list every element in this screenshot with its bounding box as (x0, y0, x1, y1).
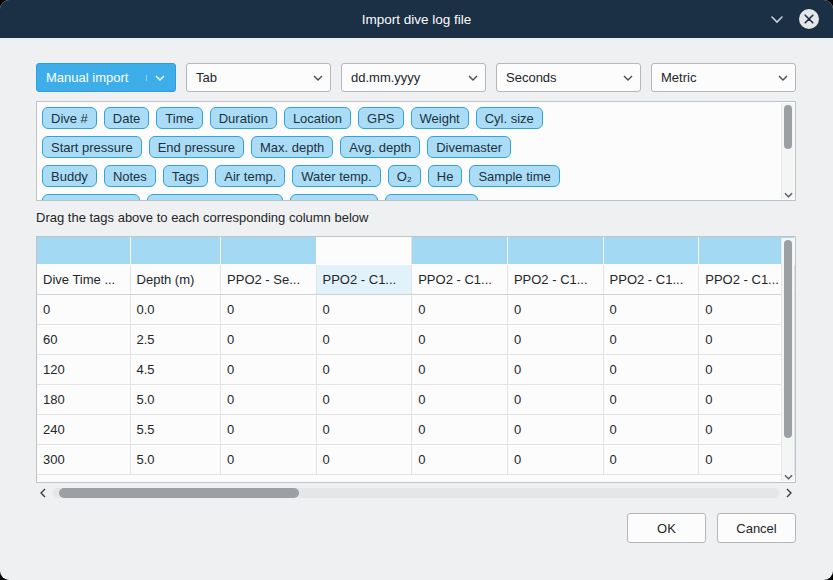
table-cell: 4.5 (130, 354, 221, 384)
tag-time[interactable]: Time (156, 107, 202, 129)
scrollbar-handle[interactable] (784, 105, 792, 149)
table-cell: 240 (37, 414, 130, 444)
table-cell: 0 (603, 324, 699, 354)
table-cell: 0 (412, 294, 508, 324)
column-drop-cell[interactable] (316, 237, 412, 264)
table-cell: 0 (603, 294, 699, 324)
tag-max-depth[interactable]: Max. depth (251, 136, 333, 158)
tag-notes[interactable]: Notes (104, 165, 156, 187)
table-cell: 0 (603, 354, 699, 384)
tag-divemaster[interactable]: Divemaster (427, 136, 511, 158)
column-drop-cell[interactable] (412, 237, 508, 264)
tag-start-pressure[interactable]: Start pressure (42, 136, 142, 158)
column-drop-cell[interactable] (507, 237, 603, 264)
scroll-down-icon[interactable] (782, 474, 794, 480)
table-cell: 0 (507, 444, 603, 474)
import-mode-select[interactable]: Manual import (36, 63, 176, 92)
tag-dive-[interactable]: Dive # (42, 107, 97, 129)
table-cell: 300 (37, 444, 130, 474)
chevron-down-icon (146, 75, 168, 81)
table-cell: 2.5 (130, 324, 221, 354)
tag-sample-po-[interactable]: Sample pO₂ (290, 194, 378, 201)
table-cell: 0 (603, 444, 699, 474)
field-separator-select[interactable]: Tab (186, 63, 331, 92)
table-cell: 0 (507, 354, 603, 384)
tag-buddy[interactable]: Buddy (42, 165, 97, 187)
tag-he[interactable]: He (428, 165, 463, 187)
column-header[interactable]: PPO2 - C1... (412, 264, 508, 294)
table-row: 2405.5000000 (37, 414, 795, 444)
column-drop-cell[interactable] (130, 237, 221, 264)
table-cell: 0 (316, 444, 412, 474)
duration-format-select[interactable]: Seconds (496, 63, 641, 92)
table-cell: 0 (221, 294, 316, 324)
tag-duration[interactable]: Duration (210, 107, 277, 129)
tag-sample-cns[interactable]: Sample CNS (385, 194, 478, 201)
scroll-left-icon[interactable] (36, 488, 50, 498)
tag-cyl-size[interactable]: Cyl. size (476, 107, 543, 129)
tag-water-temp-[interactable]: Water temp. (292, 165, 380, 187)
column-header[interactable]: PPO2 - Se... (221, 264, 316, 294)
table-cell: 0.0 (130, 294, 221, 324)
scroll-right-icon[interactable] (782, 488, 796, 498)
column-drop-cell[interactable] (37, 237, 130, 264)
table-cell: 0 (316, 294, 412, 324)
column-drop-cell[interactable] (221, 237, 316, 264)
options-row: Manual import Tab dd.mm.yyyy Seconds (36, 63, 796, 92)
preview-table-panel: Dive Time ...Depth (m)PPO2 - Se...PPO2 -… (36, 236, 796, 483)
tag-sample-depth[interactable]: Sample depth (42, 194, 140, 201)
tag-panel: Dive #DateTimeDurationLocationGPSWeightC… (36, 101, 796, 201)
table-cell: 0 (221, 384, 316, 414)
table-cell: 0 (507, 414, 603, 444)
table-cell: 0 (316, 354, 412, 384)
tag-row: Sample depthSample temperatureSample pO₂… (42, 194, 775, 201)
cancel-button[interactable]: Cancel (717, 513, 796, 543)
table-cell: 0 (507, 294, 603, 324)
chevron-down-icon[interactable] (770, 15, 784, 24)
ok-button[interactable]: OK (627, 513, 706, 543)
tag-o-[interactable]: O₂ (388, 165, 421, 187)
date-format-select[interactable]: dd.mm.yyyy (341, 63, 486, 92)
column-header[interactable]: Dive Time ... (37, 264, 130, 294)
column-header[interactable]: PPO2 - C1... (507, 264, 603, 294)
table-cell: 180 (37, 384, 130, 414)
column-header[interactable]: Depth (m) (130, 264, 221, 294)
titlebar[interactable]: Import dive log file (0, 0, 833, 38)
column-header[interactable]: PPO2 - C1... (316, 264, 412, 294)
tag-weight[interactable]: Weight (411, 107, 469, 129)
table-row: 602.5000000 (37, 324, 795, 354)
column-drop-cell[interactable] (603, 237, 699, 264)
table-row: 1805.0000000 (37, 384, 795, 414)
tag-sample-time[interactable]: Sample time (469, 165, 559, 187)
column-header[interactable]: PPO2 - C1... (603, 264, 699, 294)
tag-row: Dive #DateTimeDurationLocationGPSWeightC… (42, 107, 775, 129)
titlebar-buttons (770, 0, 820, 38)
tag-location[interactable]: Location (284, 107, 351, 129)
table-cell: 60 (37, 324, 130, 354)
tag-end-pressure[interactable]: End pressure (149, 136, 244, 158)
scroll-down-icon[interactable] (782, 192, 794, 198)
table-cell: 0 (412, 324, 508, 354)
tag-air-temp-[interactable]: Air temp. (215, 165, 285, 187)
tag-tags[interactable]: Tags (163, 165, 208, 187)
tag-gps[interactable]: GPS (358, 107, 403, 129)
table-cell: 0 (221, 414, 316, 444)
scrollbar-handle[interactable] (784, 240, 792, 438)
tag-avg-depth[interactable]: Avg. depth (340, 136, 420, 158)
table-cell: 0 (412, 384, 508, 414)
tag-date[interactable]: Date (104, 107, 149, 129)
table-cell: 0 (412, 354, 508, 384)
tag-row: Start pressureEnd pressureMax. depthAvg.… (42, 136, 775, 158)
close-button[interactable] (798, 8, 820, 30)
table-cell: 0 (412, 444, 508, 474)
scrollbar-track[interactable] (53, 488, 779, 498)
chevron-down-icon (307, 75, 323, 81)
table-cell: 0 (221, 324, 316, 354)
units-select[interactable]: Metric (651, 63, 796, 92)
horizontal-scrollbar[interactable] (36, 485, 796, 501)
tag-sample-temperature[interactable]: Sample temperature (147, 194, 283, 201)
tag-panel-scrollbar[interactable] (781, 103, 794, 199)
table-scrollbar[interactable] (781, 238, 794, 481)
scrollbar-handle[interactable] (59, 488, 299, 498)
table-cell: 0 (37, 294, 130, 324)
